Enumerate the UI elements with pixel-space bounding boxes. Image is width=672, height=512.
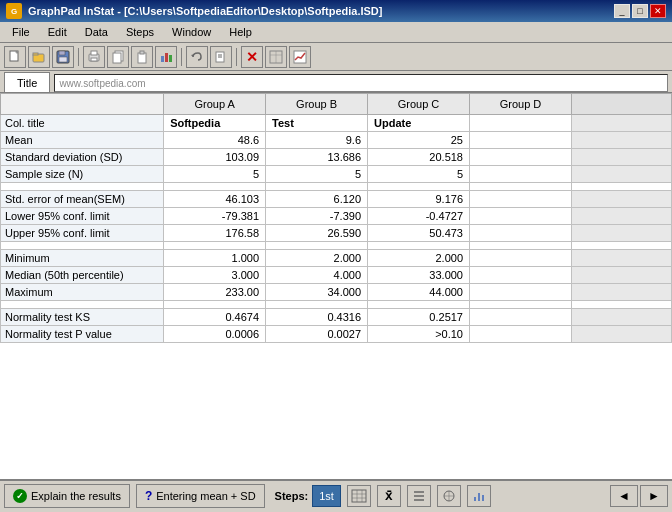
- list-icon-button[interactable]: [407, 485, 431, 507]
- row-label: Maximum: [1, 284, 164, 301]
- nav-right-button[interactable]: ►: [640, 485, 668, 507]
- svg-rect-5: [33, 53, 38, 55]
- cell-value[interactable]: Update: [368, 115, 470, 132]
- maximize-button[interactable]: □: [632, 4, 648, 18]
- data-table-wrapper[interactable]: Group A Group B Group C Group D Col. tit…: [0, 93, 672, 479]
- cell-value[interactable]: 5: [164, 166, 266, 183]
- cell-value[interactable]: 0.4316: [266, 309, 368, 326]
- row-label: Minimum: [1, 250, 164, 267]
- cell-value[interactable]: [470, 208, 572, 225]
- cell-value[interactable]: 4.000: [266, 267, 368, 284]
- table-row: Sample size (N)555: [1, 166, 672, 183]
- cell-value[interactable]: 25: [368, 132, 470, 149]
- svg-rect-18: [169, 55, 172, 62]
- menu-edit[interactable]: Edit: [40, 24, 75, 40]
- cell-value[interactable]: 233.00: [164, 284, 266, 301]
- cell-value[interactable]: -0.4727: [368, 208, 470, 225]
- menu-bar: File Edit Data Steps Window Help: [0, 22, 672, 43]
- undo-button[interactable]: [186, 46, 208, 68]
- scrollbar-cell: [572, 191, 672, 208]
- menu-window[interactable]: Window: [164, 24, 219, 40]
- cell-value[interactable]: 9.176: [368, 191, 470, 208]
- cell-value[interactable]: 34.000: [266, 284, 368, 301]
- col-header-group-d: Group D: [470, 94, 572, 115]
- cell-value[interactable]: 13.686: [266, 149, 368, 166]
- svg-rect-10: [91, 51, 97, 55]
- close-button[interactable]: ✕: [650, 4, 666, 18]
- cell-value[interactable]: [470, 149, 572, 166]
- save-button[interactable]: [52, 46, 74, 68]
- cell-value[interactable]: [470, 250, 572, 267]
- print-button[interactable]: [83, 46, 105, 68]
- cell-value[interactable]: 176.58: [164, 225, 266, 242]
- menu-data[interactable]: Data: [77, 24, 116, 40]
- menu-steps[interactable]: Steps: [118, 24, 162, 40]
- cell-value[interactable]: [470, 309, 572, 326]
- table-row: Normality test KS0.46740.43160.2517: [1, 309, 672, 326]
- row-label: Mean: [1, 132, 164, 149]
- cell-value[interactable]: 48.6: [164, 132, 266, 149]
- cell-value[interactable]: 3.000: [164, 267, 266, 284]
- cell-value[interactable]: 33.000: [368, 267, 470, 284]
- table-icon-button[interactable]: [347, 485, 371, 507]
- cell-value[interactable]: [470, 191, 572, 208]
- cell-value[interactable]: 9.6: [266, 132, 368, 149]
- cell-value[interactable]: [470, 284, 572, 301]
- cell-value[interactable]: [470, 115, 572, 132]
- cell-value[interactable]: 2.000: [368, 250, 470, 267]
- new-button[interactable]: [4, 46, 26, 68]
- copy2-button[interactable]: [210, 46, 232, 68]
- cell-value[interactable]: [470, 166, 572, 183]
- cell-value[interactable]: 103.09: [164, 149, 266, 166]
- cell-value[interactable]: -79.381: [164, 208, 266, 225]
- cell-value[interactable]: 44.000: [368, 284, 470, 301]
- graph2-icon-button[interactable]: [437, 485, 461, 507]
- cell-value[interactable]: [470, 132, 572, 149]
- cell-value[interactable]: 2.000: [266, 250, 368, 267]
- cell-value[interactable]: Softpedia: [164, 115, 266, 132]
- cell-value[interactable]: [470, 225, 572, 242]
- chart-button[interactable]: [155, 46, 177, 68]
- cell-value[interactable]: 46.103: [164, 191, 266, 208]
- graph-button[interactable]: [289, 46, 311, 68]
- cell-value[interactable]: 0.2517: [368, 309, 470, 326]
- nav-left-button[interactable]: ◄: [610, 485, 638, 507]
- delete-button[interactable]: ✕: [241, 46, 263, 68]
- steps-value-button[interactable]: 1st: [312, 485, 341, 507]
- open-button[interactable]: [28, 46, 50, 68]
- cell-value[interactable]: [470, 326, 572, 343]
- cell-value[interactable]: 1.000: [164, 250, 266, 267]
- cell-value[interactable]: 50.473: [368, 225, 470, 242]
- row-label: Normality test P value: [1, 326, 164, 343]
- toolbar: ✕: [0, 43, 672, 71]
- cell-value[interactable]: Test: [266, 115, 368, 132]
- table-button[interactable]: [265, 46, 287, 68]
- steps-area: Steps: 1st: [275, 485, 341, 507]
- cell-value[interactable]: 5: [266, 166, 368, 183]
- cell-value[interactable]: 26.590: [266, 225, 368, 242]
- cell-value[interactable]: 20.518: [368, 149, 470, 166]
- tab-title[interactable]: Title: [4, 72, 50, 92]
- cell-value[interactable]: 6.120: [266, 191, 368, 208]
- entering-mode-button[interactable]: ? Entering mean + SD: [136, 484, 265, 508]
- cell-value[interactable]: 0.4674: [164, 309, 266, 326]
- menu-file[interactable]: File: [4, 24, 38, 40]
- stats-icon-button[interactable]: [467, 485, 491, 507]
- paste-button[interactable]: [131, 46, 153, 68]
- copy-button[interactable]: [107, 46, 129, 68]
- empty-cell: [572, 242, 672, 250]
- mean-icon-button[interactable]: x̄: [377, 485, 401, 507]
- explain-results-button[interactable]: ✓ Explain the results: [4, 484, 130, 508]
- cell-value[interactable]: 0.0006: [164, 326, 266, 343]
- app-icon: G: [6, 3, 22, 19]
- cell-value[interactable]: 0.0027: [266, 326, 368, 343]
- cell-value[interactable]: 5: [368, 166, 470, 183]
- svg-rect-7: [59, 51, 65, 55]
- table-row: Minimum1.0002.0002.000: [1, 250, 672, 267]
- menu-help[interactable]: Help: [221, 24, 260, 40]
- minimize-button[interactable]: _: [614, 4, 630, 18]
- cell-value[interactable]: -7.390: [266, 208, 368, 225]
- scrollbar-cell: [572, 208, 672, 225]
- cell-value[interactable]: [470, 267, 572, 284]
- cell-value[interactable]: >0.10: [368, 326, 470, 343]
